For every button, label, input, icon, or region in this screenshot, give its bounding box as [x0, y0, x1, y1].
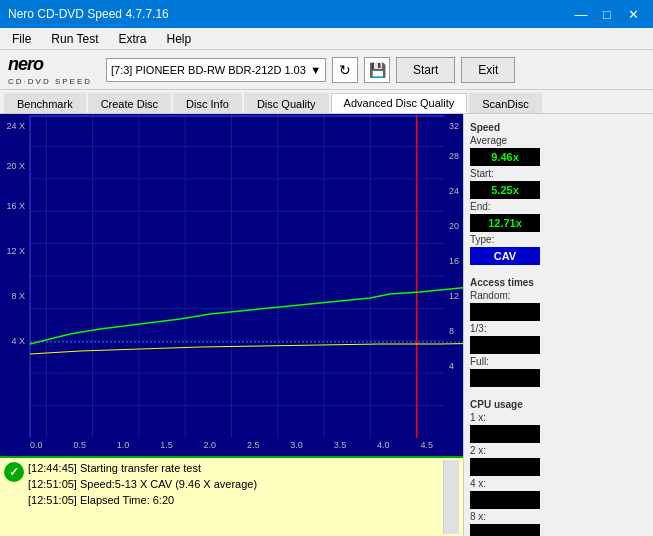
x-label-0: 0.0: [30, 440, 43, 456]
log-area: ✓ [12:44:45] Starting transfer rate test…: [0, 456, 463, 536]
svg-text:12 X: 12 X: [6, 246, 25, 256]
2x-label: 2 x:: [470, 445, 647, 456]
svg-text:16: 16: [449, 256, 459, 266]
drive-dropdown[interactable]: [7:3] PIONEER BD-RW BDR-212D 1.03 ▼: [106, 58, 326, 82]
log-line-2: [12:51:05] Speed:5-13 X CAV (9.46 X aver…: [28, 476, 439, 492]
log-line-3: [12:51:05] Elapsed Time: 6:20: [28, 492, 439, 508]
nero-logo: nero: [8, 54, 92, 75]
svg-text:4 X: 4 X: [11, 336, 25, 346]
cpu-section-title: CPU usage: [470, 399, 647, 410]
svg-text:12: 12: [449, 291, 459, 301]
window-controls: — □ ✕: [569, 4, 645, 24]
start-value: 5.25x: [470, 181, 540, 199]
1x-value: [470, 425, 540, 443]
full-value: [470, 369, 540, 387]
refresh-button[interactable]: ↻: [332, 57, 358, 83]
8x-label: 8 x:: [470, 511, 647, 522]
drive-label: [7:3] PIONEER BD-RW BDR-212D 1.03: [111, 64, 306, 76]
tab-create-disc[interactable]: Create Disc: [88, 93, 171, 113]
menu-help[interactable]: Help: [159, 30, 200, 48]
chart-container: 24 X 20 X 16 X 12 X 8 X 4 X 32 28 24 20 …: [0, 114, 463, 438]
maximize-button[interactable]: □: [595, 4, 619, 24]
log-icon: ✓: [4, 462, 24, 482]
logo: nero CD·DVD SPEED: [8, 54, 92, 86]
save-button[interactable]: 💾: [364, 57, 390, 83]
svg-text:24: 24: [449, 186, 459, 196]
minimize-button[interactable]: —: [569, 4, 593, 24]
x-label-4: 4.0: [377, 440, 390, 456]
average-label: Average: [470, 135, 647, 146]
type-label: Type:: [470, 234, 647, 245]
x-label-2: 2.0: [204, 440, 217, 456]
tab-benchmark[interactable]: Benchmark: [4, 93, 86, 113]
tab-disc-quality[interactable]: Disc Quality: [244, 93, 329, 113]
tab-disc-info[interactable]: Disc Info: [173, 93, 242, 113]
1x-label: 1 x:: [470, 412, 647, 423]
random-value: [470, 303, 540, 321]
start-label: Start:: [470, 168, 647, 179]
svg-text:20 X: 20 X: [6, 161, 25, 171]
full-label: Full:: [470, 356, 647, 367]
log-scrollbar[interactable]: [443, 460, 459, 534]
svg-text:16 X: 16 X: [6, 201, 25, 211]
refresh-icon: ↻: [339, 62, 351, 78]
title-bar: Nero CD-DVD Speed 4.7.7.16 — □ ✕: [0, 0, 653, 28]
app-title: Nero CD-DVD Speed 4.7.7.16: [8, 7, 169, 21]
end-label: End:: [470, 201, 647, 212]
x-label-1: 1.0: [117, 440, 130, 456]
right-panel: Speed Average 9.46x Start: 5.25x End: 12…: [463, 114, 653, 536]
svg-text:28: 28: [449, 151, 459, 161]
main-content: 24 X 20 X 16 X 12 X 8 X 4 X 32 28 24 20 …: [0, 114, 653, 536]
random-label: Random:: [470, 290, 647, 301]
chart-svg: 24 X 20 X 16 X 12 X 8 X 4 X 32 28 24 20 …: [0, 114, 463, 438]
toolbar: nero CD·DVD SPEED [7:3] PIONEER BD-RW BD…: [0, 50, 653, 90]
menu-run-test[interactable]: Run Test: [43, 30, 106, 48]
close-button[interactable]: ✕: [621, 4, 645, 24]
tab-advanced-disc-quality[interactable]: Advanced Disc Quality: [331, 93, 468, 113]
2x-value: [470, 458, 540, 476]
8x-value: [470, 524, 540, 536]
svg-text:8 X: 8 X: [11, 291, 25, 301]
save-icon: 💾: [369, 62, 386, 78]
end-value: 12.71x: [470, 214, 540, 232]
log-text-area: [12:44:45] Starting transfer rate test […: [28, 460, 439, 534]
svg-text:24 X: 24 X: [6, 121, 25, 131]
x-label-25: 2.5: [247, 440, 260, 456]
dropdown-arrow-icon: ▼: [310, 64, 321, 76]
svg-text:4: 4: [449, 361, 454, 371]
menu-bar: File Run Test Extra Help: [0, 28, 653, 50]
x-label-05: 0.5: [73, 440, 86, 456]
svg-text:20: 20: [449, 221, 459, 231]
x-label-15: 1.5: [160, 440, 173, 456]
tab-scandisc[interactable]: ScanDisc: [469, 93, 541, 113]
svg-text:8: 8: [449, 326, 454, 336]
type-value: CAV: [470, 247, 540, 265]
nero-sub: CD·DVD SPEED: [8, 77, 92, 86]
tabs-bar: Benchmark Create Disc Disc Info Disc Qua…: [0, 90, 653, 114]
exit-button[interactable]: Exit: [461, 57, 515, 83]
access-times-title: Access times: [470, 277, 647, 288]
start-button[interactable]: Start: [396, 57, 455, 83]
chart-section: 24 X 20 X 16 X 12 X 8 X 4 X 32 28 24 20 …: [0, 114, 463, 536]
log-line-1: [12:44:45] Starting transfer rate test: [28, 460, 439, 476]
4x-value: [470, 491, 540, 509]
x-label-45: 4.5: [420, 440, 433, 456]
x-label-35: 3.5: [334, 440, 347, 456]
onethird-label: 1/3:: [470, 323, 647, 334]
menu-extra[interactable]: Extra: [110, 30, 154, 48]
svg-text:32: 32: [449, 121, 459, 131]
onethird-value: [470, 336, 540, 354]
4x-label: 4 x:: [470, 478, 647, 489]
average-value: 9.46x: [470, 148, 540, 166]
speed-section-title: Speed: [470, 122, 647, 133]
x-label-3: 3.0: [290, 440, 303, 456]
menu-file[interactable]: File: [4, 30, 39, 48]
